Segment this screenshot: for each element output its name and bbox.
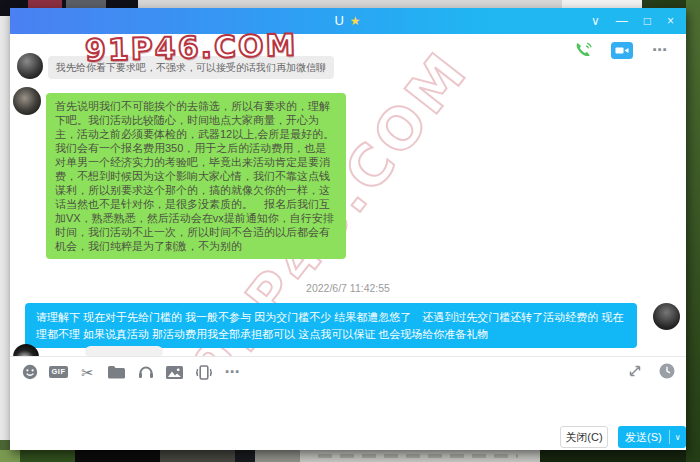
more-tools-button[interactable]: ⋯: [223, 363, 242, 381]
emoji-button[interactable]: [20, 363, 39, 381]
background-window-edge: [0, 16, 10, 440]
close-window-button[interactable]: ×: [667, 15, 674, 27]
expand-input-button[interactable]: [625, 362, 644, 380]
background-grass: [0, 450, 20, 462]
picture-icon: [166, 366, 183, 379]
background-window-fragment: [160, 450, 235, 462]
close-chat-button[interactable]: 关闭(C): [560, 426, 608, 448]
audio-message-button[interactable]: [136, 363, 155, 381]
send-button[interactable]: 发送(S) ∨: [618, 426, 686, 448]
self-avatar[interactable]: [653, 303, 680, 330]
expand-arrows-icon: [627, 363, 643, 379]
chat-toolbar: GIF ✂: [20, 363, 242, 381]
star-icon: ★: [350, 14, 362, 28]
window-controls: ∨ — □ ×: [591, 8, 674, 34]
smiley-icon: [22, 364, 38, 380]
gif-icon: GIF: [49, 366, 68, 378]
titlebar-menu-button[interactable]: ∨: [591, 15, 600, 27]
clock-icon: [659, 363, 675, 379]
background-grass-edge: [686, 0, 700, 462]
input-panel: GIF ✂: [10, 356, 686, 450]
window-shake-button[interactable]: [194, 363, 213, 381]
background-taskbar: [0, 450, 700, 462]
minimize-button[interactable]: —: [616, 15, 628, 27]
qq-chat-window: U ★ ∨ — □ × 91P46.COM 91P46.COM ⋯: [10, 8, 686, 450]
message-bubble-received: 首先说明我们不可能挨个的去筛选，所以有要求的，理解下吧。我们活动比较随心，时间地…: [46, 93, 346, 259]
folder-icon: [108, 365, 125, 379]
background-window-fragment: [75, 448, 160, 462]
video-call-button[interactable]: [610, 40, 634, 60]
voice-call-button[interactable]: [572, 40, 596, 60]
more-dots-icon: ⋯: [225, 363, 241, 381]
toolbar-right: [625, 362, 676, 380]
peer-avatar[interactable]: [17, 53, 43, 79]
message-bubble-received: 我先给你看下要求吧，不强求，可以接受的话我们再加微信聊: [48, 56, 334, 79]
message-timestamp: 2022/6/7 11:42:55: [10, 282, 686, 294]
send-options-button[interactable]: ∨: [670, 433, 686, 442]
window-title: U ★: [335, 13, 362, 28]
background-window-fragment: [300, 449, 540, 462]
message-input[interactable]: [10, 389, 686, 425]
message-history-button[interactable]: [657, 362, 676, 380]
background-window-fragment: [255, 450, 300, 462]
screenshot-button[interactable]: ✂: [78, 363, 97, 381]
send-image-button[interactable]: [165, 363, 184, 381]
peer-avatar[interactable]: [13, 87, 41, 115]
gif-button[interactable]: GIF: [49, 363, 68, 381]
maximize-button[interactable]: □: [644, 15, 651, 27]
titlebar[interactable]: U ★ ∨ — □ ×: [10, 8, 686, 34]
phone-icon: [574, 41, 594, 59]
background-icon: [235, 448, 255, 462]
background-grass: [20, 450, 75, 462]
window-title-text: U: [335, 13, 345, 28]
send-button-label: 发送(S): [618, 430, 669, 445]
chat-header-actions: ⋯: [572, 40, 672, 60]
headset-icon: [138, 365, 154, 379]
more-dots-icon: ⋯: [652, 41, 668, 59]
background-grass: [540, 450, 700, 462]
chat-more-button[interactable]: ⋯: [648, 40, 672, 60]
send-file-button[interactable]: [107, 363, 126, 381]
message-bubble-sent: 请理解下 现在对于先给门槛的 我一般不参与 因为交门槛不少 结果都遭忽悠了 还遇…: [25, 303, 637, 348]
shake-phone-icon: [195, 365, 213, 380]
scissors-icon: ✂: [81, 365, 94, 380]
video-camera-icon: [611, 42, 633, 59]
